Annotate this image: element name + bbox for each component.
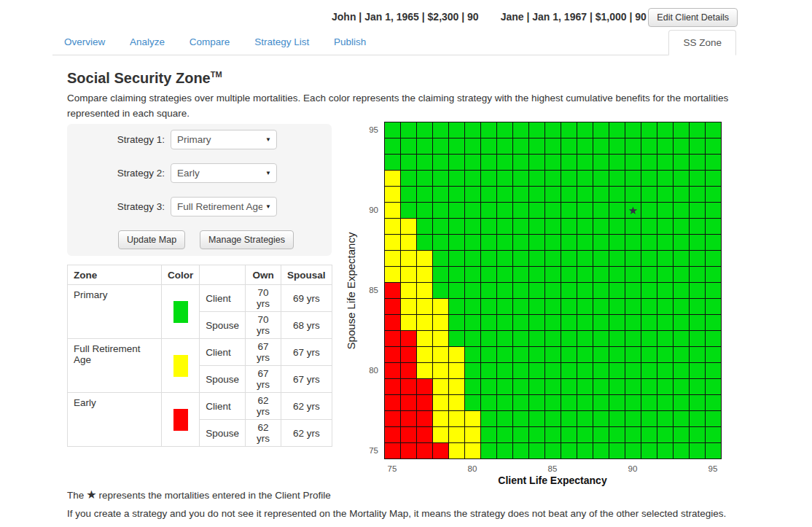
person-column-header [200,265,246,285]
tab-compare[interactable]: Compare [179,31,241,53]
map-cell [433,363,448,378]
map-cell [417,138,432,154]
map-cell [449,427,464,442]
update-map-button[interactable]: Update Map [118,230,185,249]
map-cell [513,138,528,154]
map-cell [609,235,625,250]
map-cell [690,411,705,426]
map-cell [593,363,609,378]
map-cell [449,443,464,458]
manage-strategies-button[interactable]: Manage Strategies [200,230,294,249]
map-cell [513,187,528,202]
map-cell [609,427,625,442]
map-cell [674,235,689,250]
map-cell [674,411,689,426]
map-cell [481,267,496,282]
main-nav-tabs: Overview Analyze Compare Strategy List P… [52,31,736,55]
tab-publish[interactable]: Publish [324,31,376,53]
map-cell [706,299,721,314]
map-cell [674,331,689,346]
map-cell [497,155,512,170]
map-cell [561,171,577,186]
strategy-1-label: Strategy 1: [67,134,165,145]
tab-ss-zone-active[interactable]: SS Zone [668,30,736,55]
early-color-swatch [173,409,188,431]
map-cell [401,267,416,282]
map-cell [561,331,577,346]
map-cell [690,427,705,442]
map-cell [465,299,480,314]
strategy-3-select[interactable]: Full Retirement Age ▼ [171,197,277,216]
map-cell [385,379,400,394]
map-cell [625,427,641,442]
map-cell [465,187,480,202]
map-cell [465,443,480,458]
strategy-2-select[interactable]: Early ▼ [171,163,277,183]
y-tick-label: 95 [356,125,378,134]
map-cell [385,395,400,410]
page-description: Compare claiming strategies over multipl… [67,91,736,122]
map-cell [674,395,689,410]
map-cell [497,427,512,442]
map-cell [577,395,593,410]
map-cell [385,235,400,250]
map-cell [401,155,416,170]
tab-overview[interactable]: Overview [54,31,115,53]
map-cell [561,155,577,170]
map-cell [706,203,721,218]
tab-analyze[interactable]: Analyze [120,31,175,53]
map-cell [561,283,577,298]
map-cell [706,443,721,458]
map-cell [465,363,480,378]
map-cell [401,315,416,330]
map-cell [609,171,625,186]
map-cell [481,443,496,458]
map-cell [625,171,641,186]
map-cell [561,427,577,442]
map-cell [465,395,480,410]
map-cell [497,443,512,458]
table-row: Full Retirement Age Client 67 yrs 67 yrs [68,339,332,366]
map-cell [433,138,448,154]
map-cell [545,299,561,314]
zone-name-early: Early [68,393,162,447]
map-cell [690,171,705,186]
map-cell [657,138,673,154]
map-cell [401,443,416,458]
map-cell [481,138,496,154]
map-cell [481,155,496,170]
map-cell [674,267,689,282]
map-cell [674,363,689,378]
map-cell [593,299,609,314]
own-column-header: Own [246,265,281,285]
map-cell [706,251,721,266]
map-cell [401,203,416,218]
map-cell [513,363,528,378]
map-cell [625,155,641,170]
map-cell [690,138,705,154]
map-cell [513,379,528,394]
map-cell [674,155,689,170]
map-cell [433,235,448,250]
map-cell [529,187,544,202]
map-cell [593,331,609,346]
map-cell [465,138,480,154]
map-cell [417,395,432,410]
map-cell [577,299,593,314]
zone-column-header: Zone [68,265,162,285]
map-cell [417,427,432,442]
color-column-header: Color [162,265,200,285]
strategy-1-select[interactable]: Primary ▼ [171,130,277,149]
map-cell [449,299,464,314]
tab-strategy-list[interactable]: Strategy List [244,31,319,53]
map-cell [593,171,609,186]
map-cell [417,235,432,250]
map-cell [417,251,432,266]
map-cell [577,251,593,266]
map-cell [690,267,705,282]
map-cell [481,427,496,442]
edit-client-details-button[interactable]: Edit Client Details [648,8,738,27]
map-cell [449,267,464,282]
map-cell [690,379,705,394]
person-cell: Client [200,339,246,366]
